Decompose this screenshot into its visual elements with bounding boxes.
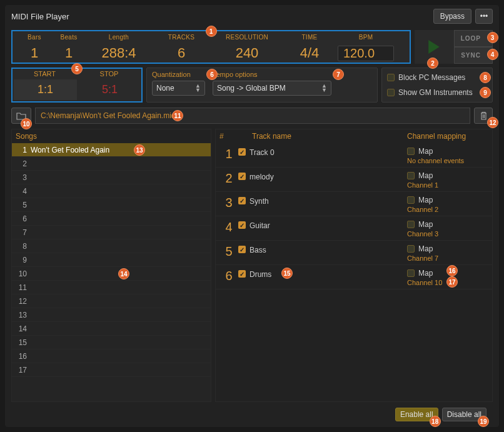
marker-13: 13: [134, 144, 145, 156]
file-path[interactable]: C:\Nemanja\Won't Get Fooled Again.mid 11: [35, 108, 470, 124]
beats-label: Beats: [50, 34, 88, 41]
song-row[interactable]: 4: [12, 184, 211, 198]
sync-toggle[interactable]: SYNC 4: [454, 47, 493, 64]
playback-panel: 2 LOOP 3 SYNC 4: [415, 30, 493, 64]
map-checkbox[interactable]: [407, 148, 415, 155]
track-row: 5✓BassMapChannel 7: [216, 241, 492, 265]
map-label: Map: [418, 269, 433, 278]
track-num: 2: [219, 171, 238, 189]
marker-4: 4: [487, 49, 498, 60]
track-name: Drums: [249, 270, 271, 279]
map-checkbox[interactable]: [407, 196, 415, 204]
play-icon[interactable]: [427, 40, 441, 54]
marker-7: 7: [333, 69, 344, 80]
map-checkbox[interactable]: [407, 221, 415, 228]
track-row: 2✓melodyMapChannel 1: [216, 168, 492, 192]
track-name: Guitar: [249, 221, 270, 230]
stop-value[interactable]: 5:1: [78, 78, 141, 101]
time-value: 4/4: [281, 45, 338, 61]
time-label: TIME: [281, 34, 338, 41]
dropdown-icon: ▲▼: [321, 84, 327, 93]
dropdown-icon: ▲▼: [195, 84, 201, 93]
app-window: MIDI File Player Bypass ••• 1 Bars1 Beat…: [5, 5, 499, 427]
bpm-value[interactable]: 120.0: [338, 46, 394, 61]
tempo-select[interactable]: Song -> Global BPM ▲▼: [213, 81, 331, 96]
show-gm-checkbox[interactable]: Show GM Instruments 9: [387, 88, 487, 97]
song-row[interactable]: 1014: [12, 267, 211, 281]
song-row[interactable]: 16: [12, 349, 211, 363]
track-num: 3: [219, 196, 238, 213]
col-mapping: Channel mapping: [407, 132, 488, 141]
marker-17: 17: [446, 276, 458, 288]
marker-16: 16: [446, 265, 458, 276]
song-row[interactable]: 1Won't Get Fooled Again13: [12, 143, 211, 157]
map-label: Map: [418, 244, 433, 253]
track-enable-checkbox[interactable]: ✓: [238, 221, 246, 229]
songs-panel: Songs 1Won't Get Fooled Again13234567891…: [11, 129, 211, 402]
track-row: 4✓GuitarMapChannel 3: [216, 216, 492, 241]
marker-19: 19: [478, 416, 489, 427]
tracks-value: 6: [150, 45, 213, 61]
tracks-list[interactable]: 1✓Track 0MapNo channel events2✓melodyMap…: [216, 143, 492, 401]
song-row[interactable]: 8: [12, 239, 211, 253]
track-enable-checkbox[interactable]: ✓: [238, 173, 246, 180]
song-row[interactable]: 3: [12, 171, 211, 184]
start-value[interactable]: 1:1: [14, 79, 77, 100]
channel-label: Channel 3: [407, 230, 488, 238]
col-num: #: [219, 132, 238, 141]
stop-label: STOP: [77, 69, 141, 78]
track-enable-checkbox[interactable]: ✓: [238, 270, 246, 278]
track-enable-checkbox[interactable]: ✓: [238, 148, 246, 156]
marker-9: 9: [480, 87, 491, 98]
col-trackname: Track name: [238, 132, 407, 141]
tracks-panel: # Track name Channel mapping 1✓Track 0Ma…: [215, 129, 493, 402]
song-row-num: 16: [16, 352, 31, 361]
quantization-select[interactable]: None ▲▼: [152, 81, 205, 96]
song-row[interactable]: 5: [12, 198, 211, 212]
song-row[interactable]: 11: [12, 281, 211, 294]
song-row-num: 13: [16, 311, 31, 319]
marker-11: 11: [172, 110, 183, 121]
song-row-num: 2: [16, 159, 31, 168]
song-row[interactable]: 13: [12, 308, 211, 322]
map-checkbox[interactable]: [407, 172, 415, 179]
marker-5: 5: [71, 63, 83, 74]
track-enable-checkbox[interactable]: ✓: [238, 246, 246, 253]
block-pc-checkbox[interactable]: Block PC Messages 8: [387, 73, 487, 82]
songs-list[interactable]: 1Won't Get Fooled Again13234567891014111…: [12, 143, 211, 401]
song-row-num: 8: [16, 242, 31, 251]
marker-18: 18: [430, 416, 441, 427]
songs-header: Songs: [12, 129, 211, 143]
disable-all-button[interactable]: Disable all 19: [442, 408, 486, 421]
song-row[interactable]: 14: [12, 322, 211, 336]
song-row[interactable]: 12: [12, 294, 211, 308]
map-checkbox[interactable]: [407, 245, 415, 253]
start-label: START: [13, 69, 77, 78]
enable-all-button[interactable]: Enable all 18: [395, 408, 438, 421]
song-info-panel: 1 Bars1 Beats1 Length288:4 TRACKS6 RESOL…: [11, 30, 411, 64]
clear-file-button[interactable]: 12: [474, 108, 493, 124]
open-file-button[interactable]: 10: [11, 108, 31, 124]
menu-button[interactable]: •••: [475, 9, 493, 24]
track-name: Track 0: [249, 148, 275, 157]
song-row[interactable]: 9: [12, 253, 211, 267]
marker-14: 14: [118, 268, 129, 279]
track-num: 1: [219, 147, 238, 164]
song-row[interactable]: 2: [12, 157, 211, 171]
song-row[interactable]: 17: [12, 363, 211, 377]
length-value: 288:4: [88, 45, 150, 61]
loop-toggle[interactable]: LOOP 3: [454, 30, 493, 47]
track-num: 6: [219, 269, 238, 286]
map-label: Map: [418, 196, 433, 204]
song-row[interactable]: 7: [12, 226, 211, 239]
song-row[interactable]: 15: [12, 336, 211, 349]
start-stop-panel: 5 START STOP 1:1 5:1: [11, 68, 143, 103]
marker-8: 8: [480, 72, 491, 83]
track-enable-checkbox[interactable]: ✓: [238, 197, 246, 204]
song-row[interactable]: 6: [12, 212, 211, 226]
marker-6: 6: [206, 69, 218, 80]
map-checkbox[interactable]: [407, 269, 415, 277]
options-panel: Block PC Messages 8 Show GM Instruments …: [381, 68, 493, 103]
bpm-label: BPM: [338, 34, 394, 41]
bypass-button[interactable]: Bypass: [433, 9, 471, 24]
